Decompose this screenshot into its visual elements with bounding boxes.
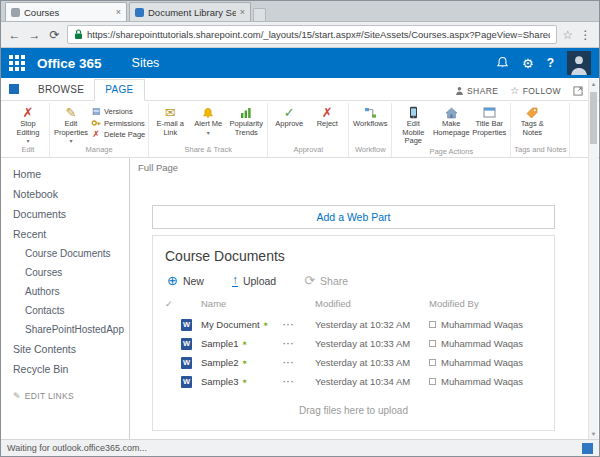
home-icon — [445, 105, 458, 120]
select-all-check-icon[interactable]: ✓ — [165, 299, 181, 309]
sidebar-item-contacts[interactable]: Contacts — [1, 301, 129, 320]
favorites-star-icon[interactable]: ☆ — [562, 28, 573, 42]
list-row-sample1[interactable]: Sample1✶ ··· Yesterday at 10:33 AM Muham… — [165, 334, 542, 353]
follow-button[interactable]: ☆ FOLLOW — [510, 85, 561, 96]
upload-arrow-icon: ↑ — [232, 274, 238, 287]
ribbon-group-label: Edit — [10, 144, 46, 157]
title-bar-properties-button[interactable]: Title Bar Properties — [471, 103, 507, 137]
scrollbar-thumb[interactable] — [590, 92, 597, 144]
presence-indicator — [429, 378, 436, 385]
stop-editing-icon: ✗ — [23, 105, 34, 120]
edit-mobile-page-button[interactable]: Edit Mobile Page — [395, 103, 431, 146]
popularity-trends-button[interactable]: Popularity Trends — [228, 103, 264, 137]
settings-gear-icon[interactable]: ⚙ — [522, 57, 534, 70]
forward-button[interactable]: → — [27, 29, 42, 41]
back-button[interactable]: ← — [7, 29, 22, 41]
office365-brand[interactable]: Office 365 — [37, 56, 102, 71]
sidebar-item-courses[interactable]: Courses — [1, 263, 129, 282]
page-scrollbar[interactable]: ▲ ▼ — [588, 79, 598, 439]
scroll-up-icon[interactable]: ▲ — [591, 79, 596, 89]
tab-favicon — [11, 8, 20, 17]
item-menu-ellipsis[interactable]: ··· — [283, 339, 315, 349]
tags-notes-button[interactable]: Tags & Notes — [514, 103, 550, 137]
help-icon[interactable]: ? — [547, 57, 554, 69]
list-row-sample2[interactable]: Sample2✶ ··· Yesterday at 10:33 AM Muham… — [165, 353, 542, 372]
ribbon-group-page-actions: Edit Mobile Page Make Homepage Title Bar… — [392, 103, 511, 157]
edit-properties-button[interactable]: ✎ Edit Properties ▾ — [53, 103, 89, 144]
new-tab-button[interactable] — [253, 8, 266, 21]
browser-tab-courses[interactable]: Courses × — [5, 2, 127, 21]
delete-page-button[interactable]: ✗ Delete Page — [91, 130, 145, 139]
modified-by-link[interactable]: Muhammad Waqas — [441, 376, 523, 387]
column-header-modified[interactable]: Modified — [315, 298, 429, 309]
make-homepage-button[interactable]: Make Homepage — [433, 103, 469, 137]
sidebar-item-course-documents[interactable]: Course Documents — [1, 244, 129, 263]
tab-close-icon[interactable]: × — [116, 7, 121, 17]
modified-by-link[interactable]: Muhammad Waqas — [441, 357, 523, 368]
browser-toolbar: ← → ⟳ https://sharepointtutorials.sharep… — [1, 22, 599, 48]
document-link[interactable]: Sample2 — [201, 357, 239, 368]
focus-on-content-icon[interactable] — [573, 86, 583, 96]
presence-indicator — [429, 340, 436, 347]
share-list-button[interactable]: ⟳ Share — [304, 274, 348, 287]
alert-me-button[interactable]: Alert Me ▾ — [190, 103, 226, 136]
sidebar-item-authors[interactable]: Authors — [1, 282, 129, 301]
item-menu-ellipsis[interactable]: ··· — [283, 358, 315, 368]
status-bar: Waiting for outlook.office365.com... — [1, 439, 599, 456]
reject-button[interactable]: ✗ Reject — [309, 103, 345, 129]
document-link[interactable]: My Document — [201, 319, 260, 330]
browser-tab-doclib-settings[interactable]: Document Library Settin... × — [129, 2, 251, 21]
permissions-button[interactable]: Permissions — [91, 118, 145, 128]
modified-by-link[interactable]: Muhammad Waqas — [441, 319, 523, 330]
item-menu-ellipsis[interactable]: ··· — [283, 320, 315, 330]
tab-browse[interactable]: BROWSE — [28, 80, 94, 100]
refresh-button[interactable]: ⟳ — [47, 29, 62, 41]
document-link[interactable]: Sample1 — [201, 338, 239, 349]
presence-indicator — [429, 359, 436, 366]
sidebar-item-home[interactable]: Home — [1, 164, 129, 184]
workflows-button[interactable]: Workflows — [352, 103, 388, 129]
status-zoom-icon[interactable] — [582, 443, 593, 454]
edit-links-button[interactable]: ✎ EDIT LINKS — [1, 391, 129, 401]
add-web-part-button[interactable]: Add a Web Part — [152, 205, 555, 229]
ribbon-right-actions: SHARE ☆ FOLLOW — [455, 85, 583, 96]
tab-favicon — [135, 8, 144, 17]
office365-suite-bar: Office 365 Sites ⚙ ? — [1, 48, 599, 78]
list-row-my-document[interactable]: My Document✶ ··· Yesterday at 10:32 AM M… — [165, 315, 542, 334]
user-avatar[interactable] — [567, 51, 591, 75]
zone-title: Full Page — [138, 162, 589, 173]
tab-page[interactable]: PAGE — [94, 79, 144, 101]
sidebar-item-documents[interactable]: Documents — [1, 204, 129, 224]
notifications-bell-icon[interactable] — [496, 56, 509, 71]
column-header-modified-by[interactable]: Modified By — [429, 298, 542, 309]
approve-button[interactable]: ✓ Approve — [271, 103, 307, 129]
stop-editing-button[interactable]: ✗ Stop Editing ▾ — [10, 103, 46, 144]
email-link-button[interactable]: ✉ E-mail a Link — [152, 103, 188, 137]
column-header-name[interactable]: Name — [201, 298, 283, 309]
scroll-down-icon[interactable]: ▼ — [591, 429, 596, 439]
webpart-title[interactable]: Course Documents — [165, 248, 542, 264]
list-row-sample3[interactable]: Sample3✶ ··· Yesterday at 10:34 AM Muham… — [165, 372, 542, 391]
suite-actions: ⚙ ? — [496, 51, 591, 75]
app-launcher-icon[interactable] — [9, 55, 25, 71]
browser-menu-icon[interactable]: ⋮ — [578, 29, 593, 41]
address-bar[interactable]: https://sharepointtutorials.sharepoint.c… — [67, 25, 557, 44]
share-button[interactable]: SHARE — [455, 86, 498, 96]
modified-by-link[interactable]: Muhammad Waqas — [441, 338, 523, 349]
tab-close-icon[interactable]: × — [240, 7, 245, 17]
course-documents-webpart: Course Documents ⊕ New ↑ Upload ⟳ Share — [152, 235, 555, 431]
page-body: Home Notebook Documents Recent Course Do… — [1, 158, 589, 439]
new-button[interactable]: ⊕ New — [167, 274, 204, 287]
sidebar-item-recycle-bin[interactable]: Recycle Bin — [1, 359, 129, 379]
sidebar-item-site-contents[interactable]: Site Contents — [1, 339, 129, 359]
alert-bell-icon — [202, 105, 214, 120]
document-link[interactable]: Sample3 — [201, 376, 239, 387]
sites-link[interactable]: Sites — [132, 56, 160, 70]
sidebar-item-notebook[interactable]: Notebook — [1, 184, 129, 204]
upload-button[interactable]: ↑ Upload — [232, 274, 276, 287]
versions-icon: ▤ — [91, 107, 101, 116]
window-icon — [483, 105, 496, 120]
item-menu-ellipsis[interactable]: ··· — [283, 377, 315, 387]
sidebar-item-sharepointhostedapp[interactable]: SharePointHostedApp — [1, 320, 129, 339]
versions-button[interactable]: ▤ Versions — [91, 107, 145, 116]
